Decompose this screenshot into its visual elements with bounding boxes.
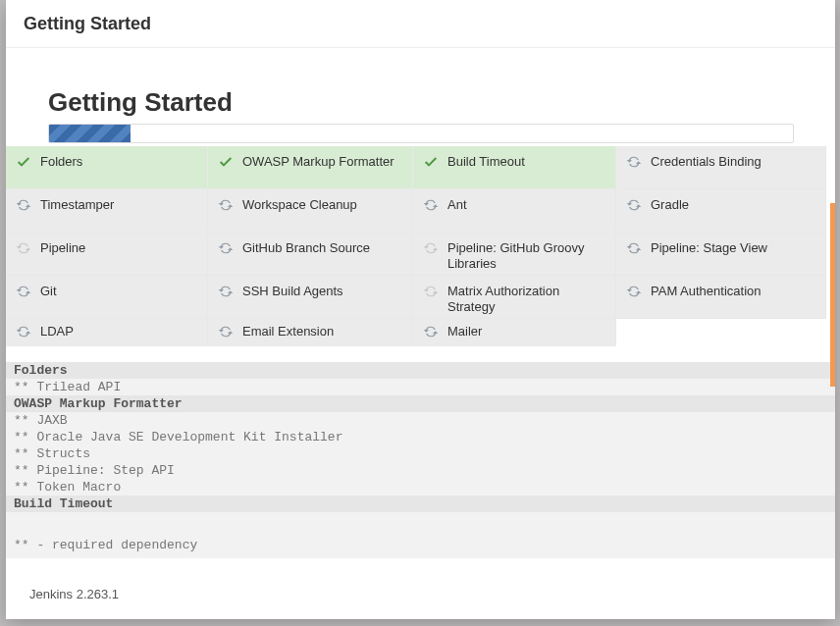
plugin-name: Git — [40, 284, 57, 299]
plugin-grid: FoldersOWASP Markup FormatterBuild Timeo… — [6, 146, 835, 362]
install-progress-fill — [49, 125, 131, 142]
refresh-icon — [218, 324, 234, 339]
refresh-icon — [218, 240, 234, 256]
plugin-name: Workspace Cleanup — [242, 197, 357, 213]
log-section: OWASP Markup Formatter — [6, 395, 835, 412]
log-section: Build Timeout — [6, 496, 835, 512]
plugin-name: Mailer — [447, 324, 482, 339]
plugin-name: Ant — [447, 197, 467, 213]
plugin-cell: Mailer — [413, 319, 616, 346]
plugin-name: Folders — [40, 154, 82, 170]
check-icon — [218, 154, 234, 170]
refresh-icon — [423, 284, 439, 299]
log-dependency: ** JAXB — [6, 412, 835, 429]
plugin-name: Credentials Binding — [651, 154, 761, 170]
plugin-cell: Folders — [6, 146, 208, 189]
plugin-cell: Email Extension — [208, 319, 413, 346]
setup-wizard-modal: Getting Started Getting Started FoldersO… — [6, 0, 835, 619]
plugin-cell: Timestamper — [6, 189, 208, 233]
refresh-icon — [423, 324, 439, 339]
check-icon — [423, 154, 439, 170]
plugin-cell: OWASP Markup Formatter — [208, 146, 413, 189]
plugin-cell: PAM Authentication — [616, 276, 826, 319]
modal-header-title: Getting Started — [6, 0, 835, 48]
refresh-icon — [218, 197, 234, 213]
plugin-name: Pipeline: GitHub Groovy Libraries — [447, 240, 607, 272]
plugin-cell: SSH Build Agents — [208, 276, 413, 319]
content-area: Getting Started FoldersOWASP Markup Form… — [6, 48, 835, 619]
refresh-icon — [16, 240, 31, 256]
refresh-icon — [423, 240, 439, 256]
plugin-name: LDAP — [40, 324, 74, 339]
refresh-icon — [16, 197, 31, 213]
refresh-icon — [218, 284, 234, 299]
page-title: Getting Started — [6, 87, 835, 118]
check-icon — [16, 154, 31, 170]
plugin-name: Pipeline: Stage View — [651, 240, 767, 256]
plugin-cell: Pipeline: Stage View — [616, 233, 826, 276]
refresh-icon — [16, 324, 31, 339]
plugin-name: Timestamper — [40, 197, 114, 213]
log-dependency: ** Oracle Java SE Development Kit Instal… — [6, 429, 835, 445]
plugin-cell: Pipeline — [6, 233, 208, 276]
plugin-name: Build Timeout — [447, 154, 525, 170]
plugin-name: SSH Build Agents — [242, 284, 343, 299]
install-log: Folders** Trilead APIOWASP Markup Format… — [6, 362, 835, 535]
log-dependency: ** Trilead API — [6, 379, 835, 395]
log-dependency: ** Structs — [6, 445, 835, 462]
scroll-indicator[interactable] — [830, 203, 835, 387]
refresh-icon — [423, 197, 439, 213]
plugin-name: Email Extension — [242, 324, 334, 339]
plugin-cell-empty — [616, 319, 826, 346]
refresh-icon — [626, 284, 642, 299]
install-progress-bar — [48, 124, 794, 143]
dependency-legend: ** - required dependency — [6, 534, 835, 558]
plugin-name: OWASP Markup Formatter — [242, 154, 394, 170]
plugin-cell: GitHub Branch Source — [208, 233, 413, 276]
plugin-name: Gradle — [651, 197, 689, 213]
plugin-name: GitHub Branch Source — [242, 240, 370, 256]
plugin-cell: Ant — [413, 189, 616, 233]
plugin-cell: LDAP — [6, 319, 208, 346]
refresh-icon — [16, 284, 31, 299]
jenkins-version: Jenkins 2.263.1 — [29, 587, 119, 601]
plugin-cell: Credentials Binding — [616, 146, 826, 189]
plugin-name: PAM Authentication — [651, 284, 761, 299]
plugin-cell: Build Timeout — [413, 146, 616, 189]
plugin-cell: Pipeline: GitHub Groovy Libraries — [413, 233, 616, 276]
plugin-cell: Matrix Authorization Strategy — [413, 276, 616, 319]
refresh-icon — [626, 240, 642, 256]
log-section: Folders — [6, 362, 835, 379]
log-dependency: ** Pipeline: Step API — [6, 462, 835, 479]
plugin-name: Matrix Authorization Strategy — [447, 284, 607, 315]
log-dependency: ** Token Macro — [6, 479, 835, 496]
refresh-icon — [626, 154, 642, 170]
plugin-cell: Workspace Cleanup — [208, 189, 413, 233]
plugin-cell: Git — [6, 276, 208, 319]
refresh-icon — [626, 197, 642, 213]
plugin-name: Pipeline — [40, 240, 85, 256]
plugin-cell: Gradle — [616, 189, 826, 233]
